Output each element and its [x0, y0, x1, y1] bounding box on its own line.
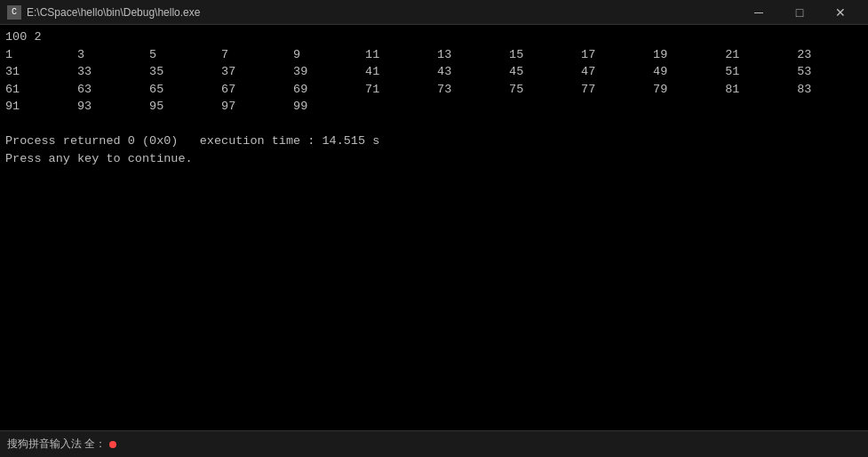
title-bar-left: C E:\CSpace\hello\bin\Debug\hello.exe: [7, 5, 200, 20]
taskbar-ime-label: 搜狗拼音输入法 全：: [7, 437, 106, 452]
maximize-button[interactable]: □: [779, 0, 820, 25]
app-icon: C: [7, 5, 21, 20]
taskbar: 搜狗拼音输入法 全：: [0, 430, 868, 457]
title-bar-controls: ─ □ ✕: [738, 0, 861, 25]
console-output: 100 2 1 3 5 7 9 11 13 15 17 19 21 23 25 …: [5, 28, 863, 168]
minimize-button[interactable]: ─: [738, 0, 779, 25]
title-bar: C E:\CSpace\hello\bin\Debug\hello.exe ─ …: [0, 0, 868, 25]
app-icon-label: C: [12, 7, 17, 17]
close-button[interactable]: ✕: [820, 0, 861, 25]
taskbar-indicator-dot: [109, 441, 116, 448]
title-bar-title: E:\CSpace\hello\bin\Debug\hello.exe: [27, 6, 200, 19]
taskbar-ime: 搜狗拼音输入法 全：: [7, 437, 116, 452]
console-window: 100 2 1 3 5 7 9 11 13 15 17 19 21 23 25 …: [0, 25, 868, 430]
